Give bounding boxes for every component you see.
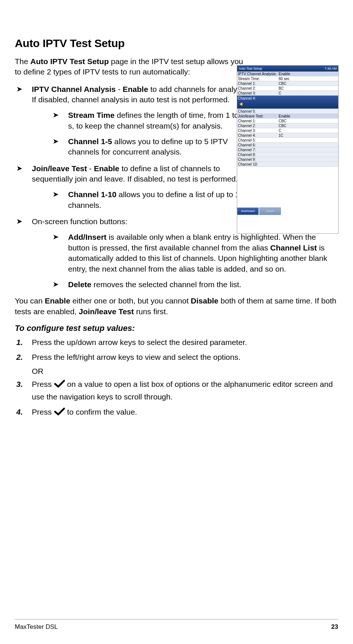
step-2-text: Press the left/right arrow keys to view … — [32, 353, 241, 361]
row-value: Enable — [278, 114, 338, 118]
row-label: Channel 6: — [237, 143, 278, 147]
bullet-c-sub2-bold: Delete — [68, 280, 91, 289]
row-value — [278, 157, 338, 162]
row-value — [278, 138, 338, 142]
screenshot-title: Auto Test Setup — [239, 66, 262, 72]
note-t1: You can — [15, 296, 45, 305]
bullet-a-bold2: Enable — [122, 85, 148, 93]
note-t2: either one or both, but you cannot — [70, 296, 191, 305]
row-label: Channel 2: — [237, 123, 278, 128]
row-value — [278, 143, 338, 147]
row-label: Channel 10: — [237, 162, 278, 166]
steps-list: 1. Press the up/down arrow keys to selec… — [15, 337, 338, 363]
table-row[interactable]: Join/leave Test:Enable — [237, 114, 338, 119]
bullet-b-sublist: Channel 1-10 allows you to define a list… — [51, 189, 252, 210]
row-label: Channel 4: — [237, 133, 278, 137]
table-row[interactable]: Channel 7: — [237, 147, 338, 152]
table-row[interactable]: Channel 1:CBC — [237, 81, 338, 86]
row-label: Channel 3: — [237, 128, 278, 133]
row-label: Channel 2: — [237, 86, 278, 90]
step-4-text2: to confirm the value. — [65, 408, 137, 416]
table-row[interactable]: Channel 3:C — [237, 128, 338, 133]
bullet-channel-1-10: Channel 1-10 allows you to define a list… — [51, 189, 252, 210]
bullet-iptv-analysis: IPTV Channel Analysis - Enable to add ch… — [15, 84, 252, 157]
note-b2: Disable — [191, 296, 219, 305]
device-screenshot: Auto Test Setup 7:46 AM IPTV Channel Ana… — [237, 65, 339, 234]
step-3: 3. Press on a value to open a list box o… — [15, 379, 338, 403]
table-row[interactable]: Channel 5: — [237, 109, 338, 114]
table-row[interactable]: Channel 8: — [237, 152, 338, 157]
table-row[interactable]: Channel 4:1C — [237, 133, 338, 138]
row-value: 60 sec — [278, 76, 338, 81]
bullet-a-sublist: Stream Time defines the length of time, … — [51, 110, 252, 157]
row-value: CBC — [278, 123, 338, 128]
row-label: Channel 1: — [237, 81, 278, 86]
row-label: Channel 8: — [237, 152, 278, 157]
step-2-number: 2. — [16, 352, 23, 363]
row-label: Channel 5: — [237, 109, 278, 113]
bullet-a-sub1-bold: Stream Time — [68, 111, 115, 119]
step-2: 2. Press the left/right arrow keys to vi… — [15, 352, 338, 363]
bullet-c-sub1-bold2: Channel List — [270, 243, 317, 252]
screenshot-selected-row[interactable]: Channel 4: — [237, 96, 338, 109]
row-label: Join/leave Test: — [237, 114, 278, 118]
row-value: C — [278, 128, 338, 133]
step-4-text1: Press — [32, 408, 54, 416]
bullet-c-sub1-bold: Add/Insert — [68, 233, 107, 241]
footer-page-number: 23 — [331, 623, 338, 631]
row-value: Enable — [278, 72, 338, 76]
screenshot-titlebar: Auto Test Setup 7:46 AM — [237, 66, 338, 72]
table-row[interactable]: IPTV Channel Analysis:Enable — [237, 72, 338, 76]
bullet-add-insert: Add/Insert is available only when a blan… — [51, 232, 337, 274]
row-label: Channel 7: — [237, 147, 278, 152]
row-value — [278, 162, 338, 166]
table-row[interactable]: Channel 5: — [237, 138, 338, 143]
table-row[interactable]: Channel 2:CBC — [237, 123, 338, 128]
bullet-b-bold2: Enable — [94, 164, 120, 173]
note-b3: Join/leave Test — [79, 307, 134, 316]
bullet-c-text: On-screen function buttons: — [32, 217, 127, 226]
bullet-delete: Delete removes the selected channel from… — [51, 279, 337, 290]
step-4: 4. Press to confirm the value. — [15, 406, 338, 419]
screenshot-button-row: Add/Insert Delete — [237, 208, 338, 215]
step-1-number: 1. — [16, 337, 23, 348]
step-1: 1. Press the up/down arrow keys to selec… — [15, 337, 338, 348]
intro-text-pre: The — [15, 57, 30, 66]
table-row[interactable]: Channel 10: — [237, 162, 338, 167]
or-text: OR — [32, 367, 338, 376]
note-t4: runs first. — [134, 307, 168, 316]
configure-subheading: To configure test setup values: — [15, 323, 338, 333]
table-row[interactable]: Stream Time:60 sec — [237, 76, 338, 81]
triangle-left-icon[interactable] — [239, 102, 243, 107]
check-icon — [54, 407, 65, 419]
bullet-channel-1-5: Channel 1-5 allows you to define up to 5… — [51, 136, 252, 157]
bullet-b-bold1: Join/leave Test — [32, 164, 87, 173]
bullet-join-leave: Join/leave Test - Enable to define a lis… — [15, 163, 252, 210]
step-3-number: 3. — [16, 379, 23, 390]
delete-button[interactable]: Delete — [259, 208, 281, 215]
steps-list-2: 3. Press on a value to open a list box o… — [15, 379, 338, 419]
table-row[interactable]: Channel 9: — [237, 157, 338, 162]
table-row[interactable]: Channel 6: — [237, 143, 338, 147]
row-label: Channel 3: — [237, 91, 278, 95]
note-b1: Enable — [45, 296, 70, 305]
row-label: Channel 9: — [237, 157, 278, 162]
row-value — [278, 109, 338, 113]
row-value: CBC — [278, 119, 338, 123]
row-label: Channel 5: — [237, 138, 278, 142]
table-row[interactable]: Channel 2:BC — [237, 86, 338, 91]
table-row[interactable]: Channel 1:CBC — [237, 119, 338, 123]
row-label: IPTV Channel Analysis: — [237, 72, 278, 76]
screenshot-selected-label: Channel 4: — [238, 96, 337, 100]
bullet-a-sub2-bold: Channel 1-5 — [68, 137, 112, 146]
row-value: 1C — [278, 133, 338, 137]
bullet-stream-time: Stream Time defines the length of time, … — [51, 110, 252, 131]
table-row[interactable]: Channel 3:C — [237, 91, 338, 96]
row-value — [278, 147, 338, 152]
bullet-c-sub2-text: removes the selected channel from the li… — [91, 280, 241, 289]
page-title: Auto IPTV Test Setup — [15, 37, 338, 50]
step-4-number: 4. — [16, 406, 23, 418]
add-insert-button[interactable]: Add/Insert — [237, 208, 259, 215]
row-value: C — [278, 91, 338, 95]
step-3-text1: Press — [32, 380, 54, 388]
